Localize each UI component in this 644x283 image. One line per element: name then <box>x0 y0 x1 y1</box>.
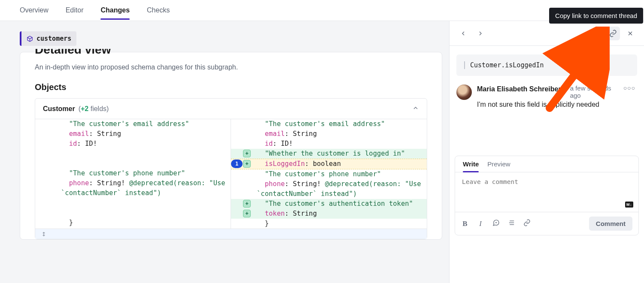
content-card: Detailed view An in-depth view into prop… <box>20 52 442 240</box>
tab-checks[interactable]: Checks <box>147 1 170 19</box>
diff-line[interactable] <box>35 149 231 159</box>
diff-right-column: "The customer's email address" email: St… <box>231 119 427 229</box>
tab-overview[interactable]: Overview <box>20 1 49 19</box>
context-code: Customer.isLoggedIn <box>470 61 544 69</box>
diff-line[interactable]: email: String <box>35 129 231 139</box>
object-header[interactable]: Customer (+2 fields) <box>35 99 427 119</box>
markdown-badge-icon: M↓ <box>625 202 633 208</box>
comment-body: I'm not sure this field is explicitly ne… <box>477 101 637 108</box>
chevron-right-icon <box>477 30 484 37</box>
diff-line[interactable]: id: ID! <box>231 139 427 149</box>
plus-icon: + <box>243 150 251 157</box>
cube-icon <box>27 36 33 42</box>
comment-item: Maria Elisabeth Schreiber a few seconds … <box>450 76 644 108</box>
submit-comment-button[interactable]: Comment <box>589 217 632 231</box>
comment-menu-button[interactable]: ○○○ <box>622 84 637 91</box>
diff-line[interactable]: id: ID! <box>35 139 231 149</box>
comment-author: Maria Elisabeth Schreiber <box>477 84 561 94</box>
code-button[interactable] <box>589 27 603 40</box>
mention-button[interactable] <box>492 219 500 228</box>
avatar <box>456 84 472 100</box>
object-field-delta: (+2 fields) <box>79 105 109 113</box>
diff-line[interactable]: "The customer's email address" <box>231 119 427 129</box>
diff-line[interactable]: "The customer's email address" <box>35 119 231 129</box>
diff-line[interactable]: email: String <box>231 129 427 139</box>
objects-heading: Objects <box>20 71 442 98</box>
diff-line[interactable] <box>35 208 231 218</box>
workspace: customers Detailed view An in-depth view… <box>0 21 644 283</box>
diff-line[interactable]: } <box>35 218 231 228</box>
diff-view: "The customer's email address" email: St… <box>35 119 427 239</box>
diff-line[interactable]: + "The customer's authentication token" <box>231 199 427 209</box>
composer-toolbar: B I Comment <box>455 212 638 235</box>
comment-count-badge[interactable]: 1 <box>231 160 243 168</box>
mention-icon <box>492 219 500 226</box>
diff-line[interactable]: phone: String! @deprecated(reason: "Use … <box>35 178 231 198</box>
expand-diff-bar[interactable] <box>35 229 427 239</box>
code-icon <box>592 30 600 37</box>
plus-icon: + <box>243 160 251 168</box>
main-panel: customers Detailed view An in-depth view… <box>0 21 449 283</box>
close-icon <box>627 30 634 37</box>
page-description: An in-depth view into proposed schema ch… <box>20 57 442 71</box>
diff-line[interactable]: + token: String <box>231 209 427 219</box>
diff-line[interactable]: } <box>231 219 427 229</box>
tab-editor[interactable]: Editor <box>66 1 84 19</box>
subgraph-badge[interactable]: customers <box>20 31 76 46</box>
list-button[interactable] <box>507 219 515 228</box>
next-button[interactable] <box>474 27 487 40</box>
diff-line[interactable]: +1 isLoggedIn: boolean <box>231 159 427 169</box>
diff-line[interactable] <box>35 198 231 208</box>
diff-line[interactable]: + "Whether the customer is logged in" <box>231 149 427 159</box>
comment-input[interactable] <box>462 178 632 204</box>
italic-button[interactable]: I <box>477 220 484 228</box>
composer-area: M↓ <box>455 172 638 212</box>
comment-panel-header <box>450 21 644 46</box>
plus-icon: + <box>243 200 251 208</box>
list-icon <box>508 219 515 226</box>
composer-tab-preview[interactable]: Preview <box>487 160 510 172</box>
tab-changes[interactable]: Changes <box>100 1 130 19</box>
link-icon <box>609 30 617 37</box>
diff-line[interactable]: phone: String! @deprecated(reason: "Use … <box>231 179 427 199</box>
comment-context: Customer.isLoggedIn <box>456 54 637 76</box>
prev-button[interactable] <box>456 27 470 40</box>
diff-line[interactable]: "The customer's phone number" <box>35 169 231 178</box>
comment-time: a few seconds ago <box>570 84 617 99</box>
diff-line[interactable]: "The customer's phone number" <box>231 169 427 179</box>
svg-point-4 <box>495 222 496 223</box>
top-tabs: OverviewEditorChangesChecks <box>0 0 644 21</box>
page-heading-partial: Detailed view <box>20 49 442 57</box>
chevron-left-icon <box>460 30 467 37</box>
link-toolbar-button[interactable] <box>523 219 531 228</box>
link-icon <box>523 219 531 226</box>
diff-left-column: "The customer's email address" email: St… <box>35 119 231 229</box>
expand-icon <box>41 231 46 237</box>
chevron-up-icon <box>412 105 419 113</box>
bold-button[interactable]: B <box>461 220 469 228</box>
plus-icon: + <box>243 210 251 217</box>
comment-panel: Customer.isLoggedIn Maria Elisabeth Schr… <box>449 21 644 283</box>
object-name: Customer <box>43 105 75 113</box>
diff-line[interactable] <box>35 159 231 169</box>
copy-link-tooltip: Copy link to comment thread <box>549 8 643 24</box>
copy-link-button[interactable] <box>606 27 620 40</box>
svg-line-1 <box>595 31 597 36</box>
object-card: Customer (+2 fields) "The customer's ema… <box>35 98 427 239</box>
subgraph-name: customers <box>36 35 71 42</box>
composer-tab-write[interactable]: Write <box>463 160 479 172</box>
comment-composer: WritePreview M↓ B I Comment <box>455 156 639 235</box>
composer-tabs: WritePreview <box>455 156 638 172</box>
close-button[interactable] <box>623 27 637 40</box>
